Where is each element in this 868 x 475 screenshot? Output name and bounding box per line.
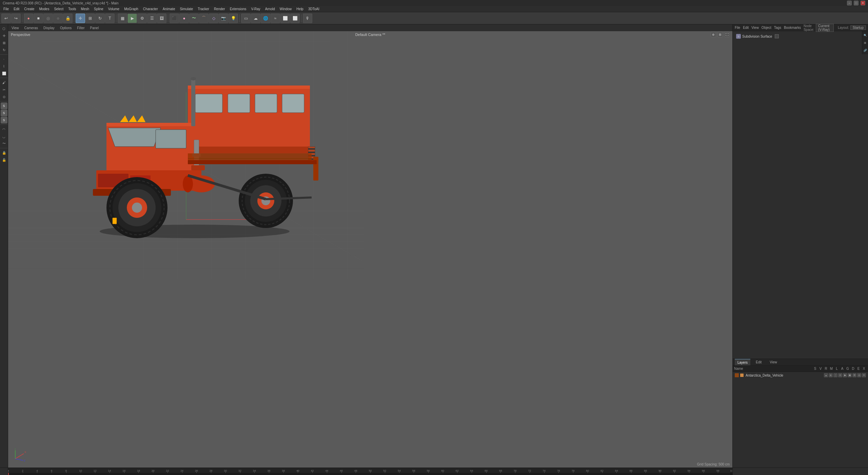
toolbar-render-region[interactable]: ▦ — [118, 14, 127, 23]
layer-action-4[interactable]: ⊙ — [838, 373, 842, 377]
toolbar-circle[interactable]: ○ — [53, 14, 63, 23]
toolbar-deformer[interactable]: ◇ — [209, 14, 218, 23]
toolbar-cube[interactable]: ⬛ — [170, 14, 179, 23]
left-s2[interactable]: S — [1, 110, 7, 116]
left-rotate[interactable]: ↻ — [1, 46, 7, 53]
vp-menu-cameras[interactable]: Cameras — [23, 26, 40, 30]
vp-menu-display[interactable]: Display — [42, 26, 56, 30]
menu-mograph[interactable]: MoGraph — [122, 6, 140, 12]
menu-create[interactable]: Create — [22, 6, 36, 12]
toolbar-spline[interactable]: 〜 — [189, 14, 199, 23]
toolbar-fog[interactable]: ≈ — [271, 14, 280, 23]
ne-icon-3[interactable]: 🔗 — [862, 47, 868, 54]
menu-edit[interactable]: Edit — [12, 6, 21, 12]
ne-icon-2[interactable]: ⊞ — [862, 39, 868, 46]
vp-icon-1[interactable]: ⊕ — [711, 32, 716, 37]
left-spline1[interactable]: ◠ — [1, 126, 7, 133]
menu-animate[interactable]: Animate — [161, 6, 177, 12]
node-editor-tab-view[interactable]: View — [751, 26, 759, 30]
toolbar-sphere[interactable]: ● — [179, 14, 189, 23]
menu-window[interactable]: Window — [278, 6, 294, 12]
node-editor-tab-bookmarks[interactable]: Bookmarks — [784, 26, 801, 30]
timeline-track-content[interactable] — [8, 473, 732, 475]
toolbar-lock[interactable]: 🔒 — [63, 14, 73, 23]
vp-icon-2[interactable]: ⊞ — [717, 32, 723, 37]
menu-volume[interactable]: Volume — [106, 6, 121, 12]
left-move[interactable]: ✛ — [1, 32, 7, 39]
vp-menu-options[interactable]: Options — [59, 26, 73, 30]
vp-menu-panel[interactable]: Panel — [89, 26, 100, 30]
layer-action-5[interactable]: ▶ — [843, 373, 847, 377]
toolbar-camera[interactable]: 📷 — [219, 14, 228, 23]
viewport[interactable]: View Cameras Display Options Filter Pane… — [8, 24, 732, 468]
layer-row-vehicle[interactable]: Antarctica_Delta_Vehicle ● R ⋮ ⊙ ▶ ▣ ☰ ◎… — [733, 373, 867, 378]
toolbar-move[interactable]: ✛ — [76, 14, 85, 23]
menu-tracker[interactable]: Tracker — [196, 6, 211, 12]
toolbar-light[interactable]: 💡 — [229, 14, 238, 23]
toolbar-render-queue[interactable]: ☰ — [147, 14, 157, 23]
menu-arnold[interactable]: Arnold — [263, 6, 277, 12]
menu-modes[interactable]: Modes — [37, 6, 51, 12]
menu-3dtoai[interactable]: 3DToAI — [306, 6, 321, 12]
left-scale[interactable]: ⊞ — [1, 39, 7, 46]
menu-tools[interactable]: Tools — [66, 6, 78, 12]
left-spline2[interactable]: ◡ — [1, 133, 7, 140]
layout-value[interactable]: Startup — [850, 25, 866, 30]
toolbar-background[interactable]: ⬜ — [290, 14, 300, 23]
node-editor-tab-tags[interactable]: Tags — [774, 26, 781, 30]
left-brush[interactable]: 🖌 — [1, 79, 7, 86]
toolbar-transform[interactable]: T — [105, 14, 115, 23]
toolbar-nurbs[interactable]: ⌒ — [199, 14, 209, 23]
minimize-button[interactable]: − — [847, 1, 852, 5]
menu-vray[interactable]: V-Ray — [249, 6, 262, 12]
vp-menu-view[interactable]: View — [10, 26, 20, 30]
menu-render[interactable]: Render — [212, 6, 227, 12]
left-polys[interactable]: ⬜ — [1, 70, 7, 77]
node-space-value[interactable]: Current (V-Ray) — [816, 24, 834, 32]
layers-tab-layers[interactable]: Layers — [735, 359, 750, 365]
toolbar-snap-square[interactable]: ■ — [34, 14, 43, 23]
node-editor-tab-object[interactable]: Object — [762, 26, 771, 30]
left-snake[interactable]: 〜 — [1, 140, 7, 147]
layer-action-6[interactable]: ▣ — [848, 373, 852, 377]
menu-select[interactable]: Select — [52, 6, 65, 12]
menu-mesh[interactable]: Mesh — [79, 6, 91, 12]
menu-extensions[interactable]: Extensions — [228, 6, 249, 12]
menu-file[interactable]: File — [1, 6, 11, 12]
menu-character[interactable]: Character — [141, 6, 160, 12]
layers-tab-view[interactable]: View — [767, 359, 780, 365]
toolbar-mic[interactable]: 🎙 — [303, 14, 312, 23]
node-editor-tab-edit[interactable]: Edit — [743, 26, 749, 30]
layer-action-eye[interactable]: ● — [824, 373, 828, 377]
layer-action-more[interactable]: ⋮ — [833, 373, 837, 377]
toolbar-env[interactable]: 🌐 — [261, 14, 270, 23]
left-select[interactable]: ⬡ — [1, 25, 7, 32]
toolbar-redo[interactable]: ↪ — [11, 14, 21, 23]
menu-help[interactable]: Help — [294, 6, 305, 12]
left-edges[interactable]: ⌇ — [1, 63, 7, 70]
toolbar-render[interactable]: ▶ — [127, 14, 137, 23]
left-lock2[interactable]: 🔓 — [1, 156, 7, 163]
layer-action-render[interactable]: R — [829, 373, 833, 377]
node-editor-tab-file[interactable]: File — [735, 26, 740, 30]
left-s1[interactable]: S — [1, 102, 7, 109]
left-magnet[interactable]: ⊙ — [1, 93, 7, 100]
toolbar-picture-viewer[interactable]: 🖼 — [157, 14, 166, 23]
close-button[interactable]: ✕ — [861, 1, 865, 5]
toolbar-render-settings[interactable]: ⚙ — [137, 14, 147, 23]
vp-menu-filter[interactable]: Filter — [76, 26, 86, 30]
ne-icon-1[interactable]: 🔍 — [862, 32, 868, 39]
left-knife[interactable]: ✂ — [1, 86, 7, 93]
maximize-button[interactable]: □ — [854, 1, 859, 5]
toolbar-foreground[interactable]: ⬜ — [280, 14, 290, 23]
toolbar-undo[interactable]: ↩ — [1, 14, 11, 23]
left-points[interactable]: · — [1, 56, 7, 62]
menu-simulate[interactable]: Simulate — [178, 6, 195, 12]
layer-action-7[interactable]: ☰ — [852, 373, 856, 377]
toolbar-rotate-circle[interactable]: ◎ — [43, 14, 53, 23]
toolbar-snap-circle[interactable]: ● — [24, 14, 33, 23]
vp-icon-3[interactable]: ⛶ — [724, 32, 730, 37]
menu-spline[interactable]: Spline — [92, 6, 105, 12]
layers-tab-edit[interactable]: Edit — [753, 359, 764, 365]
layer-action-8[interactable]: ◎ — [857, 373, 861, 377]
